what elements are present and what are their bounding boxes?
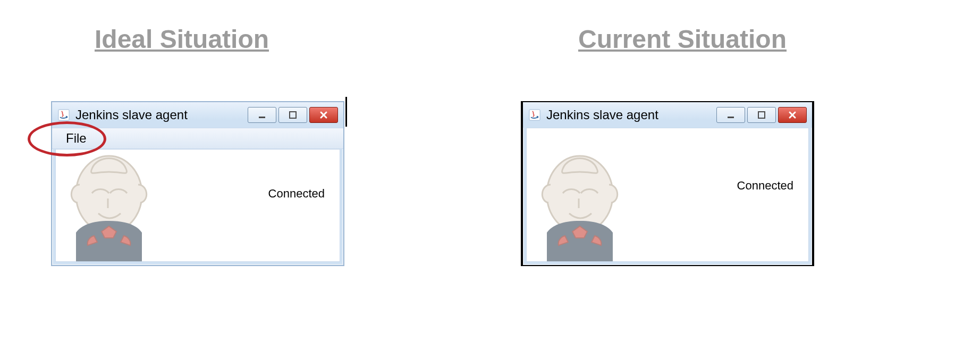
java-icon [528,109,541,121]
status-text: Connected [268,187,325,201]
svg-rect-0 [58,110,69,120]
jenkins-logo [55,149,167,262]
maximize-button[interactable] [747,107,776,123]
stray-caret [345,97,347,127]
window-title: Jenkins slave agent [546,108,658,122]
titlebar[interactable]: Jenkins slave agent [523,102,812,128]
titlebar[interactable]: Jenkins slave agent [52,102,343,128]
jenkins-window-ideal: Jenkins slave agent File [51,101,344,266]
minimize-button[interactable] [716,107,745,123]
window-title: Jenkins slave agent [75,108,188,122]
menu-bar: File [52,128,343,149]
window-content: Connected [526,128,809,262]
svg-rect-2 [290,112,296,118]
minimize-button[interactable] [248,107,276,123]
jenkins-logo [526,147,638,262]
close-button[interactable] [778,107,807,123]
close-button[interactable] [309,107,338,123]
java-icon [57,109,70,121]
svg-rect-4 [529,110,540,120]
menu-file[interactable]: File [66,131,87,146]
svg-rect-6 [758,112,765,118]
window-content: Connected [55,149,340,262]
svg-rect-5 [728,117,734,118]
heading-current: Current Situation [578,24,787,54]
svg-rect-1 [259,117,265,118]
jenkins-window-current: Jenkins slave agent [521,101,814,266]
status-text: Connected [737,179,793,193]
heading-ideal: Ideal Situation [95,24,269,54]
maximize-button[interactable] [278,107,307,123]
